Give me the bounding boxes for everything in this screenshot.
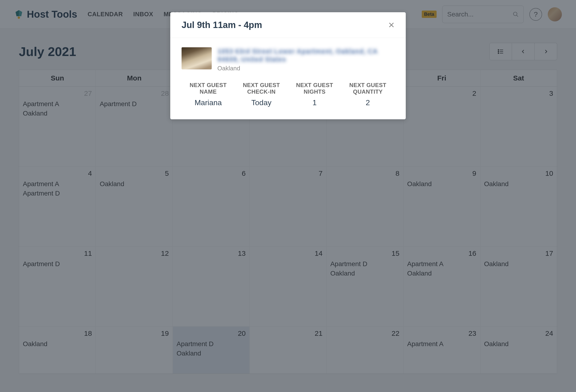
modal-body: 1053 63rd Street Lower Apartment, Oaklan… xyxy=(170,38,406,119)
guest-grid: NEXT GUEST NAME Mariana NEXT GUEST CHECK… xyxy=(182,82,394,107)
guest-qty-value: 2 xyxy=(341,98,394,107)
turnover-modal: Jul 9th 11am - 4pm × 1053 63rd Street Lo… xyxy=(170,12,406,119)
listing-row: 1053 63rd Street Lower Apartment, Oaklan… xyxy=(182,47,394,72)
guest-nights-value: 1 xyxy=(288,98,341,107)
guest-name-col: NEXT GUEST NAME Mariana xyxy=(182,82,235,107)
guest-name-value: Mariana xyxy=(182,98,235,107)
modal-header: Jul 9th 11am - 4pm × xyxy=(170,12,406,38)
guest-nights-label: NEXT GUEST NIGHTS xyxy=(288,82,341,95)
guest-name-label: NEXT GUEST NAME xyxy=(182,82,235,95)
guest-checkin-label: NEXT GUEST CHECK-IN xyxy=(235,82,288,95)
listing-thumbnail[interactable] xyxy=(182,47,212,69)
modal-overlay[interactable]: Jul 9th 11am - 4pm × 1053 63rd Street Lo… xyxy=(0,0,576,392)
listing-address-link[interactable]: 1053 63rd Street Lower Apartment, Oaklan… xyxy=(217,47,394,63)
guest-qty-col: NEXT GUEST QUANTITY 2 xyxy=(341,82,394,107)
guest-qty-label: NEXT GUEST QUANTITY xyxy=(341,82,394,95)
guest-nights-col: NEXT GUEST NIGHTS 1 xyxy=(288,82,341,107)
guest-checkin-value: Today xyxy=(235,98,288,107)
guest-checkin-col: NEXT GUEST CHECK-IN Today xyxy=(235,82,288,107)
close-icon[interactable]: × xyxy=(388,20,394,30)
modal-title: Jul 9th 11am - 4pm xyxy=(182,20,262,30)
listing-info: 1053 63rd Street Lower Apartment, Oaklan… xyxy=(217,47,394,72)
listing-city: Oakland xyxy=(217,65,394,72)
